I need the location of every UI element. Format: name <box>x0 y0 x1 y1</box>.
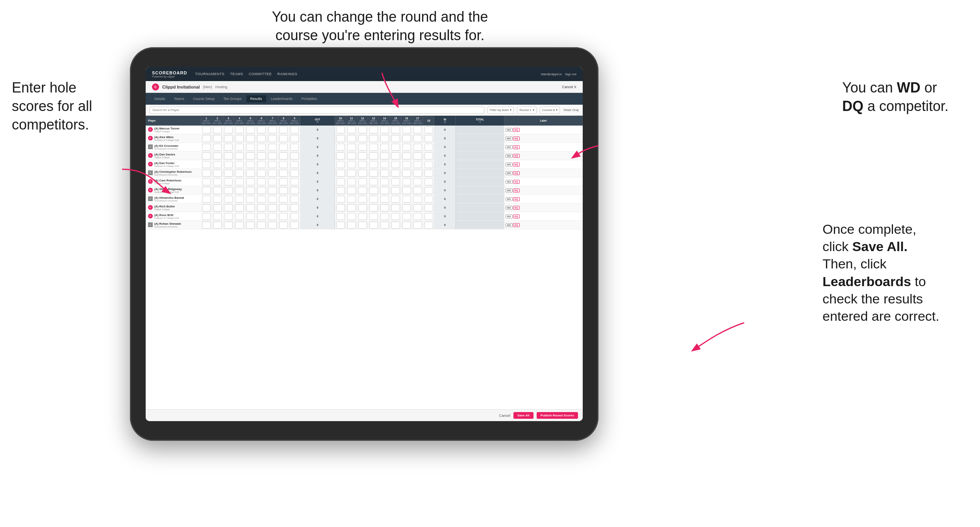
score-input-h2[interactable] <box>213 161 222 168</box>
score-input-h10[interactable] <box>336 222 345 229</box>
score-input-h7[interactable] <box>268 213 277 220</box>
totals-only-toggle[interactable]: Totals Only <box>563 108 579 112</box>
score-input-h12[interactable] <box>358 161 367 168</box>
score-input-h7[interactable] <box>268 187 277 194</box>
search-input[interactable] <box>150 107 484 114</box>
score-input-h6[interactable] <box>257 204 266 211</box>
score-input-h12[interactable] <box>358 170 367 177</box>
score-input-h8[interactable] <box>279 178 288 185</box>
score-input-h1[interactable] <box>202 196 211 203</box>
score-input-h16[interactable] <box>402 170 411 177</box>
score-input-h18[interactable] <box>424 161 433 168</box>
score-input-h13[interactable] <box>369 178 378 185</box>
score-input-h11[interactable] <box>347 187 356 194</box>
score-input-h15[interactable] <box>391 204 400 211</box>
score-input-h7[interactable] <box>268 204 277 211</box>
score-input-h9[interactable] <box>290 144 299 151</box>
score-input-h18[interactable] <box>424 170 433 177</box>
dq-button[interactable]: DQ <box>513 154 520 158</box>
score-input-h11[interactable] <box>347 178 356 185</box>
score-input-h5[interactable] <box>246 178 255 185</box>
score-input-h15[interactable] <box>391 152 400 159</box>
score-input-h4[interactable] <box>235 161 244 168</box>
score-input-h8[interactable] <box>279 135 288 142</box>
score-input-h3[interactable] <box>224 170 233 177</box>
score-input-h6[interactable] <box>257 170 266 177</box>
score-input-h3[interactable] <box>224 187 233 194</box>
dq-button[interactable]: DQ <box>513 197 520 201</box>
score-input-h1[interactable] <box>202 213 211 220</box>
nav-teams[interactable]: TEAMS <box>230 72 243 76</box>
score-input-h16[interactable] <box>402 178 411 185</box>
score-input-h1[interactable] <box>202 144 211 151</box>
score-input-h13[interactable] <box>369 126 378 133</box>
score-input-h17[interactable] <box>413 126 422 133</box>
score-input-h17[interactable] <box>413 144 422 151</box>
score-input-h10[interactable] <box>336 187 345 194</box>
score-input-h18[interactable] <box>424 196 433 203</box>
score-input-h1[interactable] <box>202 178 211 185</box>
score-input-h16[interactable] <box>402 135 411 142</box>
score-input-h2[interactable] <box>213 135 222 142</box>
score-input-h1[interactable] <box>202 135 211 142</box>
score-input-h9[interactable] <box>290 152 299 159</box>
score-input-h6[interactable] <box>257 135 266 142</box>
score-input-h8[interactable] <box>279 196 288 203</box>
score-input-h15[interactable] <box>391 187 400 194</box>
score-input-h10[interactable] <box>336 213 345 220</box>
score-input-h9[interactable] <box>290 170 299 177</box>
wd-button[interactable]: WD <box>506 171 513 175</box>
score-input-h7[interactable] <box>268 161 277 168</box>
save-all-button[interactable]: Save All <box>513 412 534 419</box>
score-input-h11[interactable] <box>347 126 356 133</box>
score-input-h16[interactable] <box>402 196 411 203</box>
score-input-h4[interactable] <box>235 187 244 194</box>
score-input-h4[interactable] <box>235 126 244 133</box>
dq-button[interactable]: DQ <box>513 214 520 218</box>
score-input-h18[interactable] <box>424 152 433 159</box>
score-input-h5[interactable] <box>246 187 255 194</box>
score-input-h1[interactable] <box>202 222 211 229</box>
score-input-h14[interactable] <box>380 196 389 203</box>
score-input-h4[interactable] <box>235 178 244 185</box>
score-input-h13[interactable] <box>369 222 378 229</box>
score-input-h12[interactable] <box>358 204 367 211</box>
wd-button[interactable]: WD <box>506 137 513 141</box>
score-input-h9[interactable] <box>290 196 299 203</box>
score-input-h17[interactable] <box>413 161 422 168</box>
dq-button[interactable]: DQ <box>513 145 520 149</box>
tab-leaderboards[interactable]: Leaderboards <box>267 95 297 102</box>
score-input-h6[interactable] <box>257 178 266 185</box>
score-input-h5[interactable] <box>246 196 255 203</box>
wd-button[interactable]: WD <box>506 154 513 158</box>
score-input-h3[interactable] <box>224 196 233 203</box>
score-input-h14[interactable] <box>380 170 389 177</box>
score-input-h18[interactable] <box>424 144 433 151</box>
score-input-h2[interactable] <box>213 152 222 159</box>
score-input-h5[interactable] <box>246 144 255 151</box>
score-input-h17[interactable] <box>413 222 422 229</box>
score-input-h14[interactable] <box>380 126 389 133</box>
score-input-h18[interactable] <box>424 204 433 211</box>
score-input-h18[interactable] <box>424 187 433 194</box>
score-input-h8[interactable] <box>279 213 288 220</box>
score-input-h7[interactable] <box>268 152 277 159</box>
score-input-h2[interactable] <box>213 213 222 220</box>
score-input-h6[interactable] <box>257 213 266 220</box>
score-input-h15[interactable] <box>391 213 400 220</box>
score-input-h4[interactable] <box>235 152 244 159</box>
score-input-h3[interactable] <box>224 152 233 159</box>
score-input-h15[interactable] <box>391 196 400 203</box>
dq-button[interactable]: DQ <box>513 137 520 141</box>
score-input-h7[interactable] <box>268 135 277 142</box>
score-input-h13[interactable] <box>369 161 378 168</box>
score-input-h2[interactable] <box>213 222 222 229</box>
score-input-h17[interactable] <box>413 135 422 142</box>
score-input-h3[interactable] <box>224 161 233 168</box>
score-input-h4[interactable] <box>235 204 244 211</box>
score-input-h17[interactable] <box>413 178 422 185</box>
dq-button[interactable]: DQ <box>513 206 520 210</box>
score-input-h18[interactable] <box>424 126 433 133</box>
score-input-h6[interactable] <box>257 152 266 159</box>
nav-committee[interactable]: COMMITTEE <box>249 72 272 76</box>
